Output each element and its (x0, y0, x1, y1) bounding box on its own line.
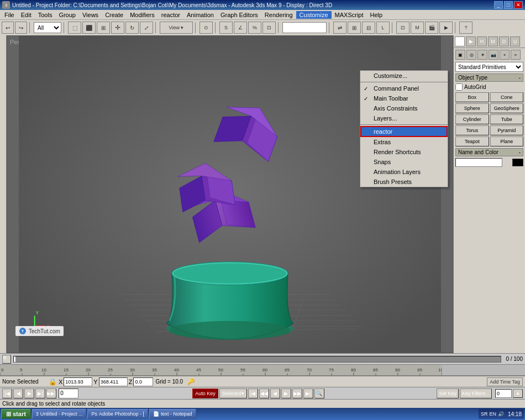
menu-rendering[interactable]: Rendering (261, 11, 296, 19)
sphere-button[interactable]: Sphere (455, 103, 489, 113)
ctx-extras[interactable]: Extras (360, 137, 448, 147)
select-region-button[interactable]: ⬛ (82, 22, 96, 34)
nav-next2[interactable]: ▶▶ (292, 389, 302, 398)
box-button[interactable]: Box (455, 92, 489, 102)
menu-group[interactable]: Group (55, 11, 79, 19)
y-input[interactable] (99, 377, 128, 386)
panel-geo-btn[interactable]: ▣ (455, 50, 465, 60)
selected-dropdown[interactable]: Selected▾ (219, 389, 247, 398)
select-filter-dropdown[interactable]: All Geometry Shapes (34, 22, 61, 33)
angle-snap-button[interactable]: ∠ (234, 22, 247, 34)
menu-graph-editors[interactable]: Graph Editors (217, 11, 261, 19)
taskbar-item-photoshop[interactable]: Ps Adobe Photoshop - [ (87, 409, 148, 419)
ctx-render-shortcuts[interactable]: Render Shortcuts (360, 147, 448, 157)
ctx-main-toolbar[interactable]: ✓Main Toolbar (360, 93, 448, 103)
percent-snap-button[interactable]: % (248, 22, 261, 34)
nav-end2[interactable]: ▶| (303, 389, 313, 398)
add-time-tag-button[interactable]: Add Time Tag (487, 377, 523, 386)
ctx-brush-presets[interactable]: Brush Presets (360, 177, 448, 187)
autogrid-checkbox[interactable] (455, 83, 463, 91)
close-button[interactable]: ✕ (514, 1, 523, 9)
menu-file[interactable]: File (1, 11, 18, 19)
select-object-button[interactable]: ⬚ (68, 22, 81, 34)
ctx-reactor[interactable]: reactor (360, 126, 448, 137)
search-key-button[interactable]: 🔍 (314, 389, 324, 398)
tube-button[interactable]: Tube (490, 114, 524, 124)
menu-help[interactable]: Help (367, 11, 386, 19)
go-start-button[interactable]: |◀ (2, 389, 12, 398)
minimize-button[interactable]: _ (494, 1, 503, 9)
frame-up[interactable]: ▲ (513, 389, 523, 398)
menu-customize[interactable]: Customize (296, 11, 332, 19)
menu-reactor[interactable]: reactor (158, 11, 183, 19)
primitives-dropdown[interactable]: Standard Primitives Extended Primitives … (455, 62, 523, 72)
set-key-button[interactable]: Set Key (437, 389, 459, 398)
schematic-view-button[interactable]: ⊡ (396, 22, 410, 34)
scale-button[interactable]: ⤢ (140, 22, 153, 34)
x-input[interactable] (64, 377, 92, 386)
layer-button[interactable]: L (376, 22, 390, 34)
geosphere-button[interactable]: GeoSphere (490, 103, 524, 113)
menu-modifiers[interactable]: Modifiers (127, 11, 158, 19)
menu-maxscript[interactable]: MAXScript (332, 11, 367, 19)
named-selection-input[interactable] (282, 22, 327, 33)
timeline-config-button[interactable]: ⚙ (2, 355, 11, 364)
timeline-slider[interactable] (13, 356, 501, 363)
nav-prev3[interactable]: ◀ (270, 389, 280, 398)
panel-light-btn[interactable]: ☀ (477, 50, 487, 60)
help-button[interactable]: ? (459, 22, 473, 34)
menu-edit[interactable]: Edit (18, 11, 35, 19)
z-input[interactable] (133, 377, 153, 386)
panel-tab-hierarchy[interactable]: H (477, 36, 487, 46)
timeline-ruler[interactable]: 0 5 10 15 20 25 30 35 40 (0, 365, 525, 376)
pivot-button[interactable]: ⊙ (200, 22, 213, 34)
pyramid-button[interactable]: Pyramid (490, 125, 524, 135)
panel-shape-btn[interactable]: ◎ (466, 50, 476, 60)
viewport[interactable]: Perspective (7, 35, 453, 353)
panel-tab-utilities[interactable]: U (510, 36, 520, 46)
object-name-input[interactable] (455, 158, 502, 167)
menu-create[interactable]: Create (102, 11, 127, 19)
torus-button[interactable]: Torus (455, 125, 489, 135)
key-filters-button[interactable]: Key Filters... (460, 389, 492, 398)
panel-tab-modify[interactable]: ▶ (466, 36, 476, 46)
plane-button[interactable]: Plane (490, 136, 524, 146)
prev-frame-button[interactable]: ◀ (13, 389, 23, 398)
ctx-customize[interactable]: Customize... (360, 71, 448, 81)
start-button[interactable]: ⊞ start (1, 409, 31, 419)
play-button[interactable]: ▶ (24, 389, 34, 398)
rotate-button[interactable]: ↻ (125, 22, 139, 34)
panel-cam-btn[interactable]: 📷 (489, 50, 498, 60)
menu-views[interactable]: Views (79, 11, 102, 19)
go-end-button[interactable]: ▶▶| (46, 389, 56, 398)
frame-display[interactable] (495, 389, 512, 398)
auto-key-button[interactable]: Auto Key (192, 389, 218, 398)
taskbar-item-3dsmax[interactable]: 3 Untitled - Project ... (32, 409, 87, 419)
cylinder-button[interactable]: Cylinder (455, 114, 489, 124)
ctx-animation-layers[interactable]: Animation Layers (360, 167, 448, 177)
teapot-button[interactable]: Teapot (455, 136, 489, 146)
panel-tab-motion[interactable]: M (488, 36, 498, 46)
redo-button[interactable]: ↪ (15, 22, 27, 34)
panel-warp-btn[interactable]: ≈ (511, 50, 521, 60)
maximize-button[interactable]: □ (504, 1, 513, 9)
align-button[interactable]: ⊟ (362, 22, 375, 34)
mirror-button[interactable]: ⇌ (333, 22, 347, 34)
next-frame-button[interactable]: ▶| (35, 389, 45, 398)
key-icon[interactable]: 🔑 (187, 378, 195, 385)
spinner-snap-button[interactable]: ⊡ (262, 22, 276, 34)
object-type-header[interactable]: Object Type - (455, 74, 523, 82)
lock-icon[interactable]: 🔒 (49, 378, 56, 386)
panel-helper-btn[interactable]: + (500, 50, 510, 60)
ctx-snaps[interactable]: Snaps (360, 157, 448, 167)
snap-toggle-button[interactable]: S (219, 22, 233, 34)
name-color-header[interactable]: Name and Color - (455, 148, 523, 156)
nav-prev2[interactable]: ◀◀ (259, 389, 269, 398)
menu-tools[interactable]: Tools (35, 11, 56, 19)
window-crossing-button[interactable]: ⊞ (97, 22, 110, 34)
ctx-command-panel[interactable]: ✓Command Panel (360, 83, 448, 93)
select-move-button[interactable]: ✛ (111, 22, 124, 34)
array-button[interactable]: ⊞ (348, 22, 361, 34)
reference-coord-dropdown[interactable]: View ▾ (160, 22, 193, 34)
menu-animation[interactable]: Animation (183, 11, 217, 19)
